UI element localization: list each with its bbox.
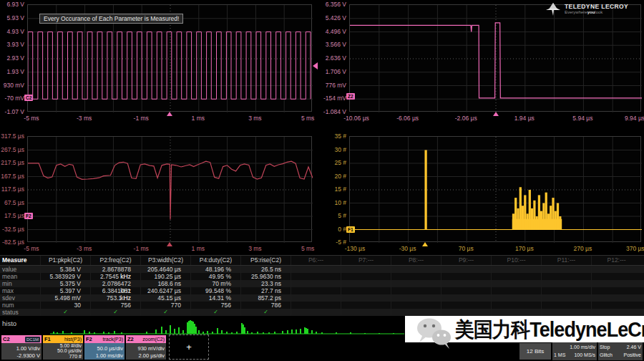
x-tick-label: -1 ms bbox=[134, 245, 149, 252]
descriptor-id: Z2 bbox=[127, 335, 134, 343]
y-tick-label: 4.93 V bbox=[0, 28, 24, 35]
y-tick-label: 5.426 V bbox=[318, 14, 346, 21]
measure-row-label: min bbox=[0, 280, 40, 287]
measure-column-header-empty[interactable]: P9:--- bbox=[441, 256, 491, 265]
descriptor-value-line: 1.00 V/div bbox=[3, 345, 40, 352]
measure-cell bbox=[391, 302, 441, 309]
descriptor-values: 930 mV/div2.00 µs/div bbox=[126, 343, 166, 360]
measure-cell bbox=[541, 273, 591, 280]
y-tick-label: -82.5 µs bbox=[0, 239, 24, 246]
measure-column-header-empty[interactable]: P11:--- bbox=[541, 256, 591, 265]
measure-cell bbox=[341, 266, 391, 273]
y-tick-label: 3.93 V bbox=[0, 41, 24, 48]
measure-column-header-empty[interactable]: P12:--- bbox=[591, 256, 641, 265]
x-tick-label: -3 ms bbox=[77, 245, 92, 252]
measure-column-header-empty[interactable]: P6:--- bbox=[291, 256, 341, 265]
measure-cell bbox=[291, 287, 341, 294]
measure-cell bbox=[591, 294, 641, 302]
teledyne-lecroy-logo: TELEDYNE LECROY Everywhereyoulook bbox=[545, 2, 628, 16]
measure-cell bbox=[491, 266, 541, 273]
measure-row-label: value bbox=[0, 266, 40, 273]
measure-cell bbox=[441, 302, 491, 309]
measure-cell bbox=[341, 287, 391, 294]
measure-cell: 190.25 µs bbox=[140, 273, 190, 280]
descriptor-id: F2 bbox=[86, 335, 92, 343]
measure-cell bbox=[441, 273, 491, 280]
brand-name: TELEDYNE LECROY bbox=[565, 4, 628, 10]
measure-column-header[interactable]: P5:rise(C2) bbox=[240, 256, 291, 265]
measure-cell: 5.375 V bbox=[40, 280, 90, 287]
trigger-position-marker bbox=[422, 242, 428, 246]
x-tick-label: 1.94 µs bbox=[514, 115, 535, 122]
measure-cell: 23.3 ns bbox=[240, 280, 291, 287]
x-tick-label: 5.94 µs bbox=[572, 115, 592, 122]
y-tick-label: 1.706 V bbox=[318, 68, 346, 75]
y-tick-label: 35 # bbox=[318, 133, 346, 140]
teledyne-star-icon bbox=[545, 2, 561, 16]
measure-row-max: max5.397 V6.3841061 kHz240.6247 µs99.548… bbox=[0, 287, 644, 294]
hist-trace-marker: F1 bbox=[346, 226, 355, 233]
y-tick-label: 10 # bbox=[318, 199, 346, 206]
measure-column-header[interactable]: P3:width(C2) bbox=[140, 256, 190, 265]
trigger-level-arrow bbox=[313, 62, 318, 69]
measure-column-header-empty[interactable]: P7:--- bbox=[341, 256, 391, 265]
zoom-trace-marker: Z2 bbox=[346, 93, 355, 100]
resolution-bits-badge[interactable]: 12 Bits bbox=[519, 343, 551, 360]
measure-cell bbox=[591, 273, 641, 280]
waveform-track bbox=[28, 137, 313, 243]
descriptor-value-line: 1.00 ms/div bbox=[86, 352, 123, 360]
descriptor-value-line: 2.00 µs/div bbox=[127, 352, 165, 360]
descriptor-value-line: 930 mV/div bbox=[127, 345, 165, 352]
track-trace-marker: F2 bbox=[24, 213, 33, 219]
y-tick-label: 3.566 V bbox=[318, 41, 346, 48]
trigger-position-marker bbox=[493, 112, 499, 116]
histo-preview-trace bbox=[50, 319, 404, 334]
y-tick-label: 17.5 µs bbox=[0, 212, 24, 219]
measure-cell: 25.9630 ns bbox=[240, 273, 291, 280]
measure-cell bbox=[391, 287, 441, 294]
user-annotation: Every Occurance of Each Parameter is Mea… bbox=[39, 14, 183, 24]
y-tick-label: 6.93 V bbox=[0, 1, 24, 8]
trigger-position-marker bbox=[167, 112, 172, 116]
measure-cell bbox=[341, 273, 391, 280]
descriptor-box-f1[interactable]: F1hist(P3)5.00 #/div50.0 µs/div770 # bbox=[43, 335, 83, 360]
y-tick-label: 117.5 µs bbox=[0, 186, 24, 193]
descriptor-box-c2[interactable]: C2DC1M1.00 V/div-2.9300 V bbox=[1, 335, 42, 360]
measure-cell: 2.7545 kHz bbox=[90, 273, 140, 280]
plot-area-hist[interactable]: F1 bbox=[349, 136, 641, 242]
x-tick-label: -3 ms bbox=[77, 115, 92, 122]
x-tick-label: 170 µs bbox=[515, 245, 534, 252]
descriptor-box-f2[interactable]: F2track(P3)50.0 µs/div1.00 ms/div bbox=[84, 335, 125, 360]
measure-row-num: num30756770756786 bbox=[0, 302, 644, 309]
descriptor-box-z2[interactable]: Z2zoom(C2)930 mV/div2.00 µs/div bbox=[126, 335, 166, 360]
measure-cell: 753.1 Hz bbox=[90, 294, 140, 302]
measure-cell: 6.3841061 kHz bbox=[90, 287, 140, 294]
measure-cell: 756 bbox=[90, 302, 140, 309]
measure-cell: 5.397 V bbox=[40, 287, 90, 294]
add-trace-button[interactable]: + bbox=[169, 334, 209, 360]
measure-cell bbox=[591, 302, 641, 309]
plot-area-zoom[interactable]: Z2 bbox=[349, 4, 641, 112]
measure-cell bbox=[441, 294, 491, 302]
y-tick-label: 317.5 µs bbox=[0, 133, 24, 140]
x-tick-label: -130 µs bbox=[345, 245, 366, 252]
x-tick-label: 1 ms bbox=[192, 245, 205, 252]
plot-area-track[interactable]: F2 bbox=[27, 136, 312, 242]
measure-cell bbox=[541, 287, 591, 294]
measure-column-header[interactable]: P1:pkpk(C2) bbox=[40, 256, 90, 265]
plot-area-main[interactable]: C2Every Occurance of Each Parameter is M… bbox=[27, 4, 312, 112]
y-tick-label: 267.5 µs bbox=[0, 146, 24, 153]
measure-column-header-empty[interactable]: P10:--- bbox=[491, 256, 541, 265]
y-tick-label: 776 mV bbox=[318, 82, 346, 89]
measure-cell bbox=[441, 309, 491, 316]
descriptor-values: 1.00 V/div-2.9300 V bbox=[1, 343, 42, 360]
measure-column-header[interactable]: P4:duty(C2) bbox=[190, 256, 240, 265]
measure-row-label: status bbox=[0, 309, 40, 316]
measure-cell: 756 bbox=[190, 302, 240, 309]
measure-column-header-empty[interactable]: P8:--- bbox=[391, 256, 441, 265]
main-trace-marker: C2 bbox=[24, 95, 33, 101]
measure-cell: 770 bbox=[140, 302, 190, 309]
measure-column-header[interactable]: P2:freq(C2) bbox=[90, 256, 140, 265]
descriptor-id: C2 bbox=[3, 335, 10, 343]
measure-cell: 26.5 ns bbox=[240, 266, 291, 273]
